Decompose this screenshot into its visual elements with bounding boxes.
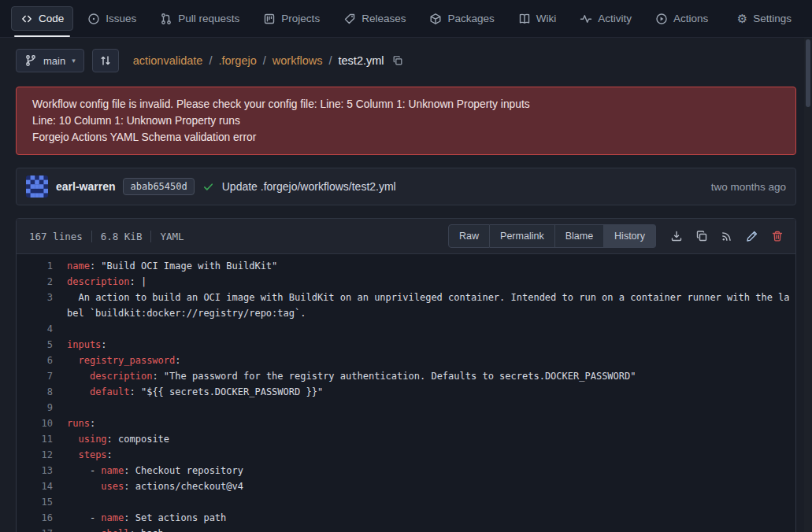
tab-wiki[interactable]: Wiki — [509, 6, 566, 31]
line-content: An action to build an OCI image with Bui… — [67, 290, 795, 321]
line-content — [67, 400, 795, 416]
line-number[interactable]: 4 — [17, 321, 53, 337]
line-content: name: "Build OCI Image with BuildKit" — [67, 258, 795, 274]
line-number[interactable]: 2 — [17, 274, 53, 290]
branch-selector[interactable]: main ▾ — [16, 49, 84, 72]
breadcrumb-forgejo-link[interactable]: .forgejo — [218, 54, 256, 67]
tab-projects[interactable]: Projects — [254, 6, 329, 31]
tab-pull-requests-label: Pull requests — [178, 13, 239, 24]
tab-packages[interactable]: Packages — [420, 6, 503, 31]
pull-request-icon — [160, 13, 172, 25]
copy-content-button[interactable] — [691, 226, 712, 247]
tab-pull-requests[interactable]: Pull requests — [150, 6, 249, 31]
code-line: 10runs: — [17, 416, 795, 431]
tab-issues-label: Issues — [106, 13, 136, 24]
line-content: runs: — [67, 416, 795, 431]
file-info: 167 lines 6.8 KiB YAML — [29, 231, 184, 242]
code-line: 12 steps: — [17, 447, 795, 463]
file-icon-buttons — [666, 226, 788, 247]
copy-path-icon[interactable] — [392, 55, 403, 66]
permalink-button[interactable]: Permalink — [490, 224, 555, 248]
line-number[interactable]: 7 — [17, 368, 53, 384]
latest-commit-box: earl-warren abab65450d Update .forgejo/w… — [16, 168, 796, 205]
tag-icon — [343, 13, 356, 25]
line-number[interactable]: 3 — [17, 290, 53, 321]
commit-hash-link[interactable]: abab65450d — [123, 178, 194, 195]
tab-packages-label: Packages — [447, 13, 494, 24]
edit-file-button[interactable] — [741, 226, 762, 247]
code-line: 6 registry_password: — [17, 353, 795, 368]
history-button[interactable]: History — [604, 224, 656, 248]
breadcrumb: actionvalidate / .forgejo / workflows / … — [133, 54, 403, 67]
code-line: 14 uses: actions/checkout@v4 — [17, 478, 795, 494]
commit-status-check-icon[interactable] — [202, 181, 214, 193]
breadcrumb-file-name: test2.yml — [339, 54, 384, 67]
line-number[interactable]: 17 — [17, 526, 53, 532]
line-number[interactable]: 8 — [17, 384, 53, 400]
scrollbar-thumb[interactable] — [806, 39, 810, 107]
tab-code-label: Code — [39, 13, 64, 24]
package-icon — [429, 13, 442, 25]
line-number[interactable]: 14 — [17, 478, 53, 494]
line-content: registry_password: — [67, 353, 795, 368]
line-number[interactable]: 12 — [17, 447, 53, 463]
workflow-error-banner: Workflow config file is invalid. Please … — [16, 87, 796, 155]
code-line: 9 — [17, 400, 795, 416]
divider — [150, 231, 151, 242]
tab-releases[interactable]: Releases — [334, 6, 415, 31]
pencil-icon — [746, 230, 758, 242]
line-number[interactable]: 1 — [17, 258, 53, 274]
play-circle-icon — [655, 13, 668, 25]
blame-button[interactable]: Blame — [555, 224, 604, 248]
file-language: YAML — [160, 231, 184, 242]
error-line-1: Workflow config file is invalid. Please … — [32, 96, 780, 113]
branch-name: main — [43, 55, 65, 67]
error-line-3: Forgejo Actions YAML Schema validation e… — [32, 129, 780, 146]
commit-message[interactable]: Update .forgejo/workflows/test2.yml — [222, 180, 396, 193]
tab-activity[interactable]: Activity — [570, 6, 641, 31]
tab-settings[interactable]: ⚙ Settings — [728, 6, 801, 31]
line-number[interactable]: 16 — [17, 510, 53, 526]
projects-icon — [263, 13, 276, 25]
gear-icon: ⚙ — [737, 13, 747, 24]
code-line: 3 An action to build an OCI image with B… — [17, 290, 795, 321]
line-content: steps: — [67, 447, 795, 463]
issue-icon — [87, 13, 100, 25]
code-line: 16 - name: Set actions path — [17, 510, 795, 526]
page-scrollbar[interactable] — [804, 38, 812, 532]
rss-feed-button[interactable] — [716, 226, 737, 247]
tab-issues[interactable]: Issues — [78, 6, 146, 31]
code-icon — [20, 13, 33, 25]
line-content: uses: actions/checkout@v4 — [67, 478, 795, 494]
line-content: - name: Checkout repository — [67, 463, 795, 478]
tab-releases-label: Releases — [362, 13, 406, 24]
commit-author[interactable]: earl-warren — [56, 180, 115, 193]
tab-actions[interactable]: Actions — [646, 6, 717, 31]
tab-code[interactable]: Code — [11, 6, 73, 31]
delete-file-button[interactable] — [766, 226, 788, 247]
line-content: shell: bash — [67, 526, 795, 532]
file-line-count: 167 lines — [29, 231, 83, 242]
raw-button[interactable]: Raw — [448, 224, 490, 248]
line-number[interactable]: 13 — [17, 463, 53, 478]
compare-button[interactable] — [92, 49, 119, 72]
file-header: 167 lines 6.8 KiB YAML Raw Permalink Bla… — [17, 219, 795, 254]
avatar[interactable] — [26, 175, 48, 198]
line-content: inputs: — [67, 337, 795, 353]
line-number[interactable]: 15 — [17, 494, 53, 510]
code-line: 15 — [17, 494, 795, 510]
line-content: - name: Set actions path — [67, 510, 795, 526]
breadcrumb-separator: / — [263, 54, 266, 67]
line-content — [67, 321, 795, 337]
line-number[interactable]: 11 — [17, 431, 53, 447]
line-number[interactable]: 5 — [17, 337, 53, 353]
error-line-2: Line: 10 Column 1: Unknown Property runs — [32, 113, 780, 129]
download-button[interactable] — [666, 226, 687, 247]
breadcrumb-workflows-link[interactable]: workflows — [273, 54, 323, 67]
line-number[interactable]: 10 — [17, 416, 53, 431]
breadcrumb-repo-link[interactable]: actionvalidate — [133, 54, 203, 67]
commit-time: two months ago — [711, 181, 786, 193]
line-number[interactable]: 9 — [17, 400, 53, 416]
code-line: 8 default: "${{ secrets.DOCKER_PASSWORD … — [17, 384, 795, 400]
line-number[interactable]: 6 — [17, 353, 53, 368]
